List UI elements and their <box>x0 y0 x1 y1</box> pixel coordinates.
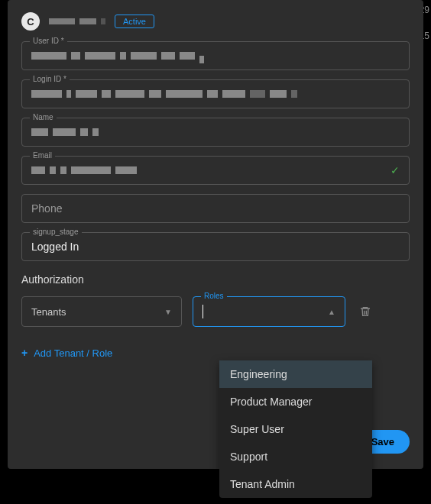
name-redacted <box>31 128 99 136</box>
email-redacted <box>31 166 137 174</box>
user-id-field[interactable]: User ID * <box>21 41 410 70</box>
field-label: Name <box>30 113 57 121</box>
dropdown-item-tenant-admin[interactable]: Tenant Admin <box>219 470 372 498</box>
signup-stage-value: Logged In <box>31 241 79 253</box>
email-field[interactable]: Email ✓ <box>21 156 410 185</box>
status-badge: Active <box>115 15 154 28</box>
trash-icon[interactable] <box>356 305 374 318</box>
roles-dropdown: Engineering Product Manager Super User S… <box>219 360 372 498</box>
avatar: C <box>21 12 40 31</box>
phone-field[interactable]: Phone <box>21 194 410 223</box>
roles-select[interactable]: Roles ▲ <box>193 296 345 327</box>
add-tenant-role-link[interactable]: + Add Tenant / Role <box>21 347 410 359</box>
dropdown-item-super-user[interactable]: Super User <box>219 415 372 443</box>
name-field[interactable]: Name <box>21 118 410 147</box>
field-label: Roles <box>201 292 227 300</box>
field-label: Email <box>30 151 55 160</box>
chevron-down-icon: ▼ <box>164 308 172 316</box>
authorization-title: Authorization <box>21 273 410 286</box>
user-name-redacted <box>49 18 105 24</box>
login-id-redacted <box>31 90 297 98</box>
login-id-field[interactable]: Login ID * <box>21 79 410 108</box>
tenants-select[interactable]: Tenants ▼ <box>21 296 182 327</box>
user-id-redacted <box>31 52 204 60</box>
signup-stage-field[interactable]: signup_stage Logged In <box>21 232 410 261</box>
field-label: Login ID * <box>30 75 70 83</box>
add-link-label: Add Tenant / Role <box>34 347 112 359</box>
chevron-up-icon: ▲ <box>328 308 335 316</box>
modal-header: C Active <box>21 12 410 31</box>
check-icon: ✓ <box>390 164 400 176</box>
dropdown-item-support[interactable]: Support <box>219 443 372 470</box>
dropdown-item-engineering[interactable]: Engineering <box>219 360 372 388</box>
field-label: User ID * <box>30 37 67 45</box>
authorization-row: Tenants ▼ Roles ▲ <box>21 296 410 327</box>
field-label: signup_stage <box>30 228 82 236</box>
dropdown-item-product-manager[interactable]: Product Manager <box>219 388 372 415</box>
phone-placeholder: Phone <box>31 202 62 215</box>
plus-icon: + <box>21 347 28 359</box>
user-edit-modal: C Active User ID * Login ID * <box>8 0 423 469</box>
text-cursor <box>203 305 203 318</box>
tenants-value: Tenants <box>31 306 66 318</box>
